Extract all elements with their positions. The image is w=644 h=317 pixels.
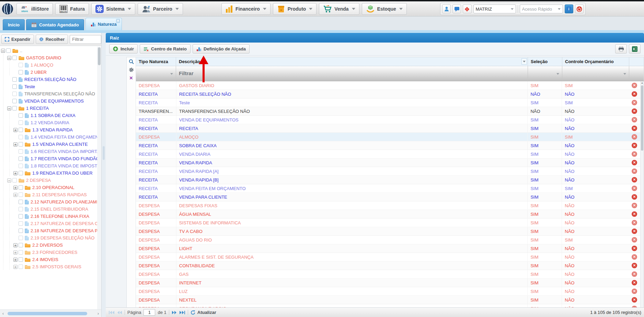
delete-row-icon[interactable]: ✕ [632,100,637,105]
table-row[interactable]: DESPESACONTABILIDADESIMNÃO✕ [136,261,640,270]
tree-item-checkbox[interactable] [19,128,23,132]
gear-icon[interactable] [129,67,134,72]
tree-item-checkbox[interactable] [19,185,23,190]
tree-item[interactable]: +2.10 OPERACIONAL [0,184,97,191]
menu-venda-button[interactable]: Venda [319,3,359,15]
tree-expand-toggle[interactable]: + [13,265,18,269]
tree-item-checkbox[interactable] [6,48,11,53]
tree-item[interactable]: −2 UBER [0,69,97,76]
quick-access-select[interactable]: Acesso Rápido [520,4,563,13]
delete-row-icon[interactable]: ✕ [632,254,637,260]
clear-filter-icon[interactable]: ✕ [129,75,133,81]
collapse-all-button[interactable]: Recolher [36,35,68,44]
tree-item-checkbox[interactable] [19,113,23,118]
print-button[interactable] [615,44,627,54]
tab-contato-agendado[interactable]: Contato Agendado [26,19,84,30]
vscroll-thumb[interactable] [641,85,643,151]
tree-expand-toggle[interactable]: + [13,250,18,255]
logout-button[interactable] [575,4,584,13]
filter-controle-orcamentario[interactable] [562,66,629,81]
tree-item[interactable]: +2.3 FORNECEDORES [0,249,97,256]
branch-select[interactable]: MATRIZ [473,4,516,13]
messages-button[interactable] [452,4,461,13]
tab-natureza[interactable]: Natureza✕ [85,18,122,30]
table-row[interactable]: DESPESALIGHTSIMNÃO✕ [136,244,640,253]
tree-item[interactable]: −1 RECEITA [0,105,97,112]
tree-item-checkbox[interactable] [12,106,17,110]
table-row[interactable]: DESPESAGASTOS DIARIOSIMSIM✕ [136,81,640,90]
menu-sistema-button[interactable]: Sistema [91,3,135,15]
delete-row-icon[interactable]: ✕ [632,203,637,208]
tree-item-checkbox[interactable] [19,257,23,262]
first-page-button[interactable] [108,310,115,315]
refresh-button[interactable]: Atualizar [191,310,216,315]
delete-row-icon[interactable]: ✕ [632,108,637,114]
tree-item[interactable]: −RECEITA SELEÇÃO NÃO [0,76,97,83]
delete-row-icon[interactable]: ✕ [632,91,637,97]
tree-item-checkbox[interactable] [19,120,23,125]
last-page-button[interactable] [179,310,185,315]
search-icon[interactable] [129,59,134,64]
tree-vertical-scrollbar[interactable] [97,47,101,309]
tree-filter-input[interactable] [70,35,101,44]
tree-item-checkbox[interactable] [12,56,17,60]
tree-item[interactable]: +2.2 DIVERSOS [0,242,97,249]
delete-row-icon[interactable]: ✕ [632,220,637,225]
tree-item[interactable]: −VENDA DE EQUIPAMENTOS [0,97,97,105]
table-row[interactable]: DESPESADESPESAS FIXASSIMNÃO✕ [136,201,640,210]
tree-expand-toggle[interactable]: + [13,128,18,132]
table-row[interactable]: RECEITAVENDA FEITA EM ORÇAMENTOSIMSIM✕ [136,184,640,193]
close-icon[interactable]: ✕ [116,19,120,23]
tree-item[interactable]: −1.7 RECEITA VINDA DO FUNDÃO [0,155,97,162]
next-page-button[interactable] [172,310,177,315]
table-row[interactable]: TRANSFEREN...TRANSFERENCIA SELEÇÃO NÃONÃ… [136,107,640,116]
tree-item-checkbox[interactable] [12,99,17,103]
tree-item[interactable]: +1.5 VENDA PARA CLIENTE [0,141,97,148]
delete-row-icon[interactable]: ✕ [632,271,637,277]
tree-item[interactable]: −2.12 NATUREZA DO PLANEJAMENTO [0,198,97,206]
tree-collapse-toggle[interactable]: − [7,56,11,60]
tree-item[interactable]: −1 ALMOÇO [0,61,97,69]
delete-row-icon[interactable]: ✕ [632,186,637,191]
delete-row-icon[interactable]: ✕ [632,126,637,131]
tree-item-checkbox[interactable] [19,200,23,204]
tree-item[interactable]: +2.4 IMOVEIS [0,256,97,263]
delete-row-icon[interactable]: ✕ [632,134,637,140]
tree-item[interactable]: −Teste [0,83,97,90]
incluir-button[interactable]: Incluir [109,44,138,54]
tree-item[interactable]: +1.3 VENDA RAPIDA [0,126,97,133]
delete-row-icon[interactable]: ✕ [632,143,637,148]
tree-item[interactable]: −1.8 RECEITA VINDA DE IMPOSTOS [0,162,97,169]
delete-row-icon[interactable]: ✕ [632,151,637,157]
tree-expand-toggle[interactable]: + [13,193,18,197]
filter-descricao[interactable]: Filtrar [176,66,528,81]
tree-item-checkbox[interactable] [19,70,23,74]
tree-expand-toggle[interactable]: + [13,186,18,190]
table-row[interactable]: DESPESAALMOÇOSIMSIM✕ [136,133,640,141]
tree-item-checkbox[interactable] [12,84,17,89]
panel-splitter[interactable] [102,33,106,317]
table-row[interactable]: RECEITAVENDA DE EQUIPAMENTOSSIMNÃO✕ [136,116,640,124]
table-row[interactable]: DESPESATV A CABOSIMNÃO✕ [136,227,640,236]
menu-parceiro-button[interactable]: Parceiro [138,3,183,15]
tree-item[interactable]: −1.4 VENDA FEITA EM ORÇAMENTO [0,133,97,141]
tree-item[interactable]: −1.6 RECEITA VINDA DA IMPORTACAO [0,148,97,155]
delete-row-icon[interactable]: ✕ [632,177,637,183]
user-profile-button[interactable] [442,4,451,13]
tree-item[interactable]: +2.5 IMPOSTOS GERAIS [0,263,97,270]
tree-item-checkbox[interactable] [12,178,17,183]
tree-item[interactable]: −2.15 ENEL DISTRIBUIDORA [0,206,97,213]
delete-row-icon[interactable]: ✕ [632,237,637,243]
delete-row-icon[interactable]: ✕ [632,289,637,294]
tree-item[interactable]: −TRANSFERENCIA SELEÇÃO NÃO [0,90,97,97]
tree-item-checkbox[interactable] [19,192,23,197]
table-row[interactable]: DESPESAALARMES E SIST. DE SEGURANÇASIMNÃ… [136,253,640,261]
tree-item-checkbox[interactable] [19,63,23,67]
delete-row-icon[interactable]: ✕ [632,297,637,303]
tree-item-checkbox[interactable] [12,92,17,96]
grid-vertical-scrollbar[interactable]: ▲ [640,81,644,307]
tree-item-checkbox[interactable] [19,236,23,240]
column-header-selecao[interactable]: Seleção [528,57,562,66]
definicao-de-alcada-button[interactable]: Definição de Alçada [193,44,250,54]
delete-row-icon[interactable]: ✕ [632,263,637,268]
